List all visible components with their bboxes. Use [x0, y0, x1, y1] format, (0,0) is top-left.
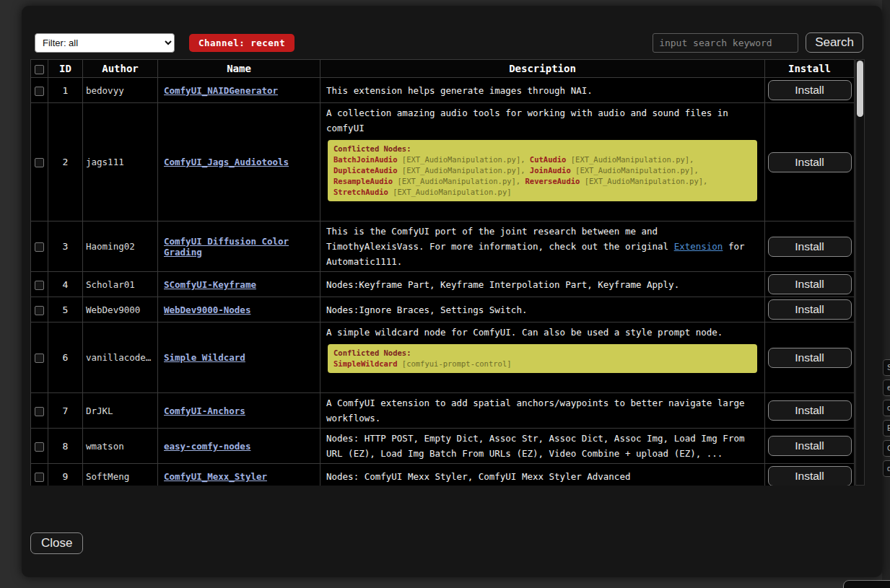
description-text: Nodes:Ignore Braces, Settings Switch.	[326, 302, 759, 317]
row-checkbox[interactable]	[35, 306, 44, 315]
description-link[interactable]: Extension	[674, 241, 723, 252]
background-menu-fragment: e	[883, 379, 890, 396]
background-menu-fragment: d	[883, 460, 890, 477]
conflict-node-source: [comfyui-prompt-control]	[398, 359, 512, 368]
row-author: Scholar01	[83, 272, 158, 297]
table-row: 4Scholar01SComfyUI-KeyframeNodes:Keyfram…	[31, 272, 855, 297]
description-text: A ComfyUI extension to add spatial ancho…	[326, 395, 759, 426]
table-header-row: ID Author Name Description Install	[31, 60, 855, 78]
conflict-list: BatchJoinAudio [EXT_AudioManipulation.py…	[333, 154, 751, 198]
conflict-node-source: [EXT_AudioManipulation.py],	[571, 166, 699, 175]
row-description: Nodes: HTTP POST, Empty Dict, Assoc Str,…	[320, 429, 765, 464]
install-button[interactable]: Install	[768, 274, 852, 294]
conflict-list: SimpleWildcard [comfyui-prompt-control]	[333, 359, 751, 369]
extension-name-link[interactable]: SComfyUI-Keyframe	[164, 279, 256, 290]
install-button[interactable]: Install	[768, 80, 852, 100]
row-checkbox[interactable]	[35, 281, 44, 290]
conflict-warning: Conflicted Nodes:SimpleWildcard [comfyui…	[328, 344, 757, 373]
conflict-node-source: [EXT_AudioManipulation.py],	[398, 155, 530, 164]
row-id: 4	[48, 272, 83, 297]
conflict-node-source: [EXT_AudioManipulation.py],	[398, 166, 530, 175]
background-menu-fragment: S	[883, 359, 890, 376]
conflict-node-name: JoinAudio	[530, 166, 571, 175]
install-button[interactable]: Install	[768, 152, 852, 172]
conflict-node-name: CutAudio	[530, 155, 567, 164]
table-row: 5WebDev9000WebDev9000-NodesNodes:Ignore …	[31, 297, 855, 322]
description-text: A collection amazing audio tools for wor…	[326, 105, 759, 136]
row-checkbox[interactable]	[35, 354, 44, 363]
background-menu-fragment: E	[883, 420, 890, 436]
row-checkbox[interactable]	[35, 158, 44, 167]
conflict-title: Conflicted Nodes:	[333, 144, 751, 154]
description-text: Nodes: HTTP POST, Empty Dict, Assoc Str,…	[326, 431, 759, 461]
table-body: 1bedovyyComfyUI_NAIDGeneratorThis extens…	[31, 78, 855, 486]
table-row: 9SoftMengComfyUI_Mexx_StylerNodes: Comfy…	[31, 464, 855, 486]
install-custom-nodes-dialog: Filter: all Channel: recent Search ID Au…	[22, 6, 882, 577]
background-button-fragment	[843, 580, 890, 588]
row-id: 5	[48, 297, 83, 322]
row-description: A simple wildcard node for ComfyUI. Can …	[320, 322, 765, 393]
channel-badge[interactable]: Channel: recent	[189, 34, 295, 52]
extension-name-link[interactable]: ComfyUI Diffusion Color Grading	[164, 236, 289, 258]
close-button[interactable]: Close	[30, 532, 83, 554]
row-description: Nodes:Ignore Braces, Settings Switch.	[320, 297, 765, 322]
row-checkbox[interactable]	[35, 407, 44, 416]
background-menu-fragment: C	[883, 440, 890, 457]
install-button[interactable]: Install	[768, 299, 852, 320]
extension-name-link[interactable]: ComfyUI-Anchors	[164, 405, 245, 416]
search-input[interactable]	[653, 33, 798, 53]
description-text: A simple wildcard node for ComfyUI. Can …	[326, 325, 759, 340]
extensions-table: ID Author Name Description Install 1bedo…	[30, 59, 865, 486]
row-checkbox[interactable]	[35, 242, 44, 252]
install-button[interactable]: Install	[768, 400, 852, 421]
extension-name-link[interactable]: ComfyUI_Mexx_Styler	[164, 471, 267, 482]
install-button[interactable]: Install	[768, 237, 852, 257]
row-id: 1	[48, 78, 83, 103]
extension-name-link[interactable]: ComfyUI_Jags_Audiotools	[164, 157, 289, 167]
table-row: 1bedovyyComfyUI_NAIDGeneratorThis extens…	[31, 78, 855, 103]
row-checkbox[interactable]	[35, 473, 44, 482]
background-strip	[882, 0, 890, 588]
extension-name-link[interactable]: WebDev9000-Nodes	[164, 304, 250, 315]
row-description: A ComfyUI extension to add spatial ancho…	[320, 393, 765, 429]
conflict-node-name: ReverseAudio	[525, 177, 580, 185]
table-scrollbar-thumb[interactable]	[857, 61, 863, 117]
extension-name-link[interactable]: ComfyUI_NAIDGenerator	[164, 85, 278, 96]
table-row: 3Haoming02ComfyUI Diffusion Color Gradin…	[31, 221, 855, 272]
filter-select[interactable]: Filter: all	[35, 33, 175, 53]
row-id: 3	[48, 221, 83, 272]
select-all-checkbox[interactable]	[35, 65, 44, 74]
row-id: 6	[48, 322, 83, 393]
install-button[interactable]: Install	[768, 436, 852, 456]
install-button[interactable]: Install	[768, 348, 852, 368]
row-checkbox[interactable]	[35, 87, 44, 96]
install-button[interactable]: Install	[768, 466, 852, 486]
row-author: vanillacode…	[83, 322, 158, 393]
row-author: DrJKL	[83, 393, 158, 429]
header-description: Description	[320, 60, 765, 78]
conflict-node-source: [EXT_AudioManipulation.py],	[393, 177, 525, 185]
row-id: 2	[48, 103, 83, 221]
row-id: 9	[48, 464, 83, 486]
table-scrollbar[interactable]	[855, 59, 865, 486]
conflict-node-name: StretchAudio	[333, 188, 388, 196]
row-author: Haoming02	[83, 221, 158, 272]
conflict-node-source: [EXT_AudioManipulation.py],	[566, 155, 694, 164]
background-menu-fragment: c	[883, 400, 890, 416]
conflict-node-name: ResampleAudio	[333, 177, 393, 185]
header-install: Install	[765, 60, 855, 78]
conflict-warning: Conflicted Nodes:BatchJoinAudio [EXT_Aud…	[328, 140, 757, 201]
conflict-node-name: DuplicateAudio	[333, 166, 398, 175]
row-description: Nodes:Keyframe Part, Keyframe Interpolat…	[320, 272, 765, 297]
table-row: 2jags111ComfyUI_Jags_AudiotoolsA collect…	[31, 103, 855, 221]
row-checkbox[interactable]	[35, 442, 44, 452]
row-author: bedovyy	[83, 78, 158, 103]
row-author: jags111	[83, 103, 158, 221]
search-button[interactable]: Search	[806, 32, 863, 53]
row-description: Nodes: ComfyUI Mexx Styler, ComfyUI Mexx…	[320, 464, 765, 486]
extension-name-link[interactable]: easy-comfy-nodes	[164, 441, 250, 452]
extension-name-link[interactable]: Simple Wildcard	[164, 352, 245, 363]
row-description: This is the ComfyUI port of the joint re…	[320, 221, 765, 272]
row-author: WebDev9000	[83, 297, 158, 322]
row-author: wmatson	[83, 429, 158, 464]
